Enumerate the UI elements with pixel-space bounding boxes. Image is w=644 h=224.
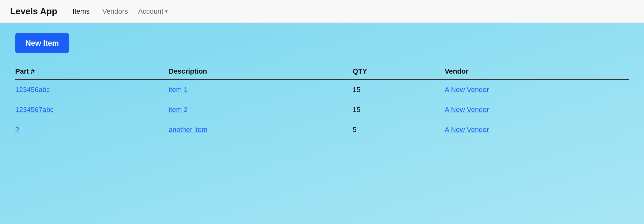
navbar: Levels App Items Vendors Account ▾ (0, 0, 644, 23)
vendor-link-1[interactable]: A New Vendor (445, 106, 489, 114)
cell-description-2: another item (169, 120, 353, 140)
cell-part-1: 1234567abc (15, 100, 169, 120)
description-link-1[interactable]: item 2 (169, 106, 188, 114)
cell-vendor-2: A New Vendor (445, 120, 629, 140)
cell-part-2: ? (15, 120, 169, 140)
table-header-row: Part # Description QTY Vendor (15, 63, 629, 80)
col-header-qty: QTY (353, 63, 445, 80)
part-link-1[interactable]: 1234567abc (15, 106, 54, 114)
part-link-2[interactable]: ? (15, 126, 19, 134)
description-link-0[interactable]: item 1 (169, 86, 188, 94)
cell-qty-0: 15 (353, 80, 445, 100)
table-row: 1234567abc item 2 15 A New Vendor (15, 100, 629, 120)
col-header-description: Description (169, 63, 353, 80)
cell-description-1: item 2 (169, 100, 353, 120)
part-link-0[interactable]: 123456abc (15, 86, 50, 94)
chevron-down-icon: ▾ (165, 8, 168, 14)
col-header-vendor: Vendor (445, 63, 629, 80)
new-item-button[interactable]: New Item (15, 33, 69, 53)
app-brand: Levels App (10, 6, 57, 16)
vendor-link-2[interactable]: A New Vendor (445, 126, 489, 134)
cell-qty-2: 5 (353, 120, 445, 140)
cell-qty-1: 15 (353, 100, 445, 120)
account-label: Account (138, 7, 164, 16)
table-row: ? another item 5 A New Vendor (15, 120, 629, 140)
nav-account[interactable]: Account ▾ (138, 7, 168, 16)
main-content: New Item Part # Description QTY Vendor 1… (0, 23, 644, 224)
cell-vendor-0: A New Vendor (445, 80, 629, 100)
col-header-part: Part # (15, 63, 169, 80)
cell-part-0: 123456abc (15, 80, 169, 100)
vendor-link-0[interactable]: A New Vendor (445, 86, 489, 94)
items-table: Part # Description QTY Vendor 123456abc … (15, 63, 629, 140)
table-row: 123456abc item 1 15 A New Vendor (15, 80, 629, 100)
nav-items[interactable]: Items (70, 6, 92, 17)
description-link-2[interactable]: another item (169, 126, 207, 134)
cell-vendor-1: A New Vendor (445, 100, 629, 120)
nav-vendors[interactable]: Vendors (100, 6, 131, 17)
cell-description-0: item 1 (169, 80, 353, 100)
